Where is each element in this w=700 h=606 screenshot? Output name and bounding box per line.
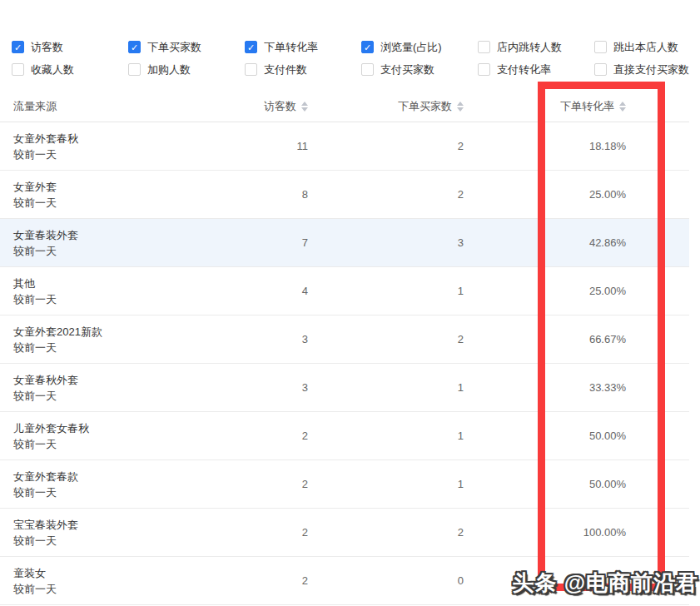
checkbox-icon[interactable] bbox=[478, 63, 490, 76]
traffic-source-name: 童装女 bbox=[13, 565, 180, 581]
traffic-source-cell: 女童春装外套 较前一天 bbox=[0, 227, 180, 259]
traffic-source-name: 女童外套春款 bbox=[13, 469, 180, 484]
checkbox-icon[interactable]: ✓ bbox=[12, 41, 24, 53]
order-buyers-value: 3 bbox=[308, 236, 464, 249]
filter-label: 支付件数 bbox=[264, 62, 307, 77]
filter-label: 加购人数 bbox=[147, 62, 191, 77]
visitors-value: 3 bbox=[180, 333, 308, 345]
traffic-source-cell: 女童外套2021新款 较前一天 bbox=[0, 324, 180, 355]
table-row[interactable]: 女童外套2021新款 较前一天 3 2 66.67% bbox=[0, 315, 689, 364]
filter-item[interactable]: 支付转化率 bbox=[478, 62, 594, 77]
column-header-visitors[interactable]: 访客数 bbox=[180, 99, 308, 114]
visitors-value: 7 bbox=[180, 236, 308, 249]
checkbox-icon[interactable] bbox=[594, 63, 607, 76]
sort-icon[interactable] bbox=[619, 102, 626, 112]
filter-item[interactable]: 支付买家数 bbox=[361, 62, 478, 77]
table-body: 女童外套春秋 较前一天 11 2 18.18% 女童外套 较前一天 8 2 25… bbox=[0, 122, 689, 605]
checkbox-icon[interactable] bbox=[12, 63, 24, 76]
filter-item[interactable]: ✓ 浏览量(占比) bbox=[361, 40, 478, 54]
filter-item[interactable]: 支付件数 bbox=[245, 62, 361, 77]
checkbox-icon[interactable] bbox=[478, 41, 490, 53]
visitors-value: 2 bbox=[180, 478, 308, 490]
column-header-label: 下单买家数 bbox=[398, 99, 452, 114]
visitors-value: 4 bbox=[180, 285, 308, 297]
traffic-source-sub: 较前一天 bbox=[13, 436, 180, 452]
traffic-source-sub: 较前一天 bbox=[13, 484, 180, 500]
filter-item[interactable]: ✓ 下单买家数 bbox=[128, 40, 245, 54]
column-header-order-buyers[interactable]: 下单买家数 bbox=[308, 99, 464, 114]
traffic-source-cell: 童装女 较前一天 bbox=[0, 565, 180, 597]
filter-label: 跳出本店人数 bbox=[613, 40, 678, 55]
traffic-source-sub: 较前一天 bbox=[13, 195, 180, 211]
order-conversion-value: 50.00% bbox=[464, 478, 626, 490]
column-header-label: 下单转化率 bbox=[560, 99, 614, 114]
traffic-source-cell: 女童外套春秋 较前一天 bbox=[0, 131, 180, 162]
checkbox-icon[interactable] bbox=[128, 63, 141, 76]
order-buyers-value: 2 bbox=[308, 526, 464, 539]
checkbox-icon[interactable] bbox=[245, 63, 257, 76]
table-row[interactable]: 宝宝春装外套 较前一天 2 2 100.00% bbox=[0, 509, 689, 557]
traffic-source-name: 宝宝春装外套 bbox=[13, 517, 180, 533]
column-header-order-conversion[interactable]: 下单转化率 bbox=[464, 99, 626, 114]
order-buyers-value: 2 bbox=[308, 333, 464, 345]
checkbox-icon[interactable]: ✓ bbox=[128, 41, 141, 53]
order-buyers-value: 1 bbox=[308, 285, 464, 297]
traffic-source-cell: 其他 较前一天 bbox=[0, 276, 180, 307]
filter-label: 支付转化率 bbox=[497, 62, 551, 77]
table-row[interactable]: 女童春装外套 较前一天 7 3 42.86% bbox=[0, 219, 689, 267]
order-buyers-value: 1 bbox=[308, 381, 464, 394]
traffic-source-sub: 较前一天 bbox=[13, 147, 180, 162]
filter-item[interactable]: 跳出本店人数 bbox=[594, 40, 700, 54]
traffic-source-name: 女童外套2021新款 bbox=[13, 324, 180, 340]
checkbox-icon[interactable] bbox=[594, 41, 607, 53]
order-conversion-value: 100.00% bbox=[464, 526, 626, 539]
traffic-source-cell: 女童外套春款 较前一天 bbox=[0, 469, 180, 500]
order-conversion-value: 33.33% bbox=[464, 381, 626, 394]
traffic-source-name: 儿童外套女春秋 bbox=[13, 420, 180, 436]
traffic-source-sub: 较前一天 bbox=[13, 388, 180, 404]
order-conversion-value: 25.00% bbox=[464, 188, 626, 201]
metric-filter-panel: ✓ 访客数 ✓ 下单买家数 ✓ 下单转化率 ✓ 浏览量(占比) 店内跳转人数 跳… bbox=[12, 40, 700, 77]
traffic-source-name: 其他 bbox=[13, 276, 180, 291]
table-row[interactable]: 女童外套 较前一天 8 2 25.00% bbox=[0, 171, 689, 219]
sort-icon[interactable] bbox=[301, 102, 308, 112]
checkbox-icon[interactable]: ✓ bbox=[361, 41, 374, 53]
filter-label: 直接支付买家数 bbox=[613, 62, 689, 77]
traffic-source-cell: 儿童外套女春秋 较前一天 bbox=[0, 420, 180, 452]
table-row[interactable]: 女童春秋外套 较前一天 3 1 33.33% bbox=[0, 364, 689, 412]
order-buyers-value: 2 bbox=[308, 140, 464, 152]
visitors-value: 3 bbox=[180, 381, 308, 394]
filter-item[interactable]: 直接支付买家数 bbox=[594, 62, 700, 77]
checkbox-icon[interactable] bbox=[361, 63, 374, 76]
filter-label: 店内跳转人数 bbox=[497, 40, 562, 55]
visitors-value: 2 bbox=[180, 574, 308, 587]
table-row[interactable]: 女童外套春秋 较前一天 11 2 18.18% bbox=[0, 122, 689, 171]
visitors-value: 8 bbox=[180, 188, 308, 201]
column-header-label: 访客数 bbox=[264, 99, 296, 114]
traffic-source-cell: 宝宝春装外套 较前一天 bbox=[0, 517, 180, 549]
traffic-source-name: 女童外套 bbox=[13, 179, 180, 195]
table-row[interactable]: 女童外套春款 较前一天 2 1 50.00% bbox=[0, 460, 689, 509]
filter-item[interactable]: 店内跳转人数 bbox=[478, 40, 594, 54]
filter-label: 浏览量(占比) bbox=[380, 40, 442, 55]
order-conversion-value: 66.67% bbox=[464, 333, 626, 345]
sort-icon[interactable] bbox=[457, 102, 464, 112]
checkbox-icon[interactable]: ✓ bbox=[245, 41, 257, 53]
filter-item[interactable]: ✓ 访客数 bbox=[12, 40, 128, 54]
filter-item[interactable]: 加购人数 bbox=[128, 62, 245, 77]
watermark: 头条 @电商前沿君 bbox=[512, 569, 698, 598]
traffic-source-sub: 较前一天 bbox=[13, 291, 180, 307]
order-conversion-value: 50.00% bbox=[464, 430, 626, 442]
order-conversion-value: 18.18% bbox=[464, 140, 626, 152]
order-buyers-value: 1 bbox=[308, 430, 464, 442]
order-buyers-value: 0 bbox=[308, 574, 464, 587]
traffic-source-name: 女童外套春秋 bbox=[13, 131, 180, 147]
table-row[interactable]: 儿童外套女春秋 较前一天 2 1 50.00% bbox=[0, 412, 689, 460]
traffic-source-sub: 较前一天 bbox=[13, 340, 180, 355]
traffic-source-sub: 较前一天 bbox=[13, 581, 180, 597]
filter-item[interactable]: ✓ 下单转化率 bbox=[245, 40, 361, 54]
filter-item[interactable]: 收藏人数 bbox=[12, 62, 128, 77]
column-header-traffic-source: 流量来源 bbox=[0, 99, 180, 114]
traffic-source-sub: 较前一天 bbox=[13, 243, 180, 259]
table-row[interactable]: 其他 较前一天 4 1 25.00% bbox=[0, 267, 689, 315]
